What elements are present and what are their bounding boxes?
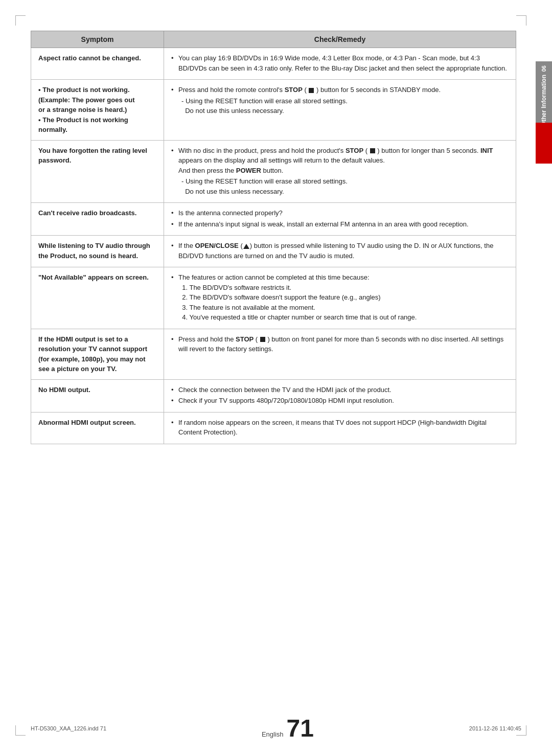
table-row: Abnormal HDMI output screen. If random n…	[31, 412, 516, 444]
chapter-number: 06	[541, 65, 547, 72]
symptom-cell: "Not Available" appears on screen.	[31, 267, 164, 329]
troubleshoot-table: Symptom Check/Remedy Aspect ratio cannot…	[31, 31, 516, 444]
symptom-cell: Aspect ratio cannot be changed.	[31, 48, 164, 80]
remedy-cell: If random noise appears on the screen, i…	[164, 412, 516, 444]
chapter-title: Other Information	[540, 75, 547, 126]
symptom-cell: You have forgotten the rating level pass…	[31, 140, 164, 203]
footer-timestamp: 2011-12-26 11:40:45	[469, 725, 521, 731]
table-row: Aspect ratio cannot be changed. You can …	[31, 48, 516, 80]
margin-mark	[526, 15, 526, 26]
page-number-area: English 71	[262, 716, 314, 741]
remedy-cell: Check the connection between the TV and …	[164, 379, 516, 412]
footer-filename: HT-D5300_XAA_1226.indd 71	[31, 725, 106, 731]
page-container: 06 Other Information Symptom Check/Remed…	[0, 0, 552, 756]
table-row: • The product is not working.(Example: T…	[31, 80, 516, 141]
margin-mark	[15, 15, 26, 16]
chapter-tab: 06 Other Information	[536, 61, 552, 131]
margin-mark	[516, 15, 526, 16]
symptom-cell-radio: Can't receive radio broadcasts.	[31, 203, 164, 236]
page-language: English	[262, 730, 284, 738]
symptom-cell: • The product is not working.(Example: T…	[31, 80, 164, 141]
symptom-cell: While listening to TV audio through the …	[31, 236, 164, 267]
table-row: Can't receive radio broadcasts. Is the a…	[31, 203, 516, 236]
remedy-cell: If the OPEN/CLOSE () button is pressed w…	[164, 236, 516, 267]
table-row: No HDMI output. Check the connection bet…	[31, 379, 516, 412]
remedy-cell: You can play 16:9 BD/DVDs in 16:9 Wide m…	[164, 48, 516, 80]
table-header-remedy: Check/Remedy	[164, 31, 516, 48]
table-row: While listening to TV audio through the …	[31, 236, 516, 267]
table-header-symptom: Symptom	[31, 31, 164, 48]
margin-mark	[15, 15, 16, 26]
page-footer: HT-D5300_XAA_1226.indd 71 English 71 201…	[0, 716, 552, 741]
remedy-cell: With no disc in the product, press and h…	[164, 140, 516, 203]
chapter-tab-bar	[536, 123, 552, 164]
symptom-cell: No HDMI output.	[31, 379, 164, 412]
table-row: If the HDMI output is set to a resolutio…	[31, 329, 516, 379]
page-number: 71	[287, 716, 314, 741]
remedy-cell: The features or action cannot be complet…	[164, 267, 516, 329]
remedy-cell: Press and hold the romote control's STOP…	[164, 80, 516, 141]
table-row: "Not Available" appears on screen. The f…	[31, 267, 516, 329]
table-row: You have forgotten the rating level pass…	[31, 140, 516, 203]
symptom-cell: Abnormal HDMI output screen.	[31, 412, 164, 444]
remedy-cell-radio: Is the antenna connected properly? If th…	[164, 203, 516, 236]
symptom-cell: If the HDMI output is set to a resolutio…	[31, 329, 164, 379]
remedy-cell: Press and hold the STOP ( ) button on fr…	[164, 329, 516, 379]
